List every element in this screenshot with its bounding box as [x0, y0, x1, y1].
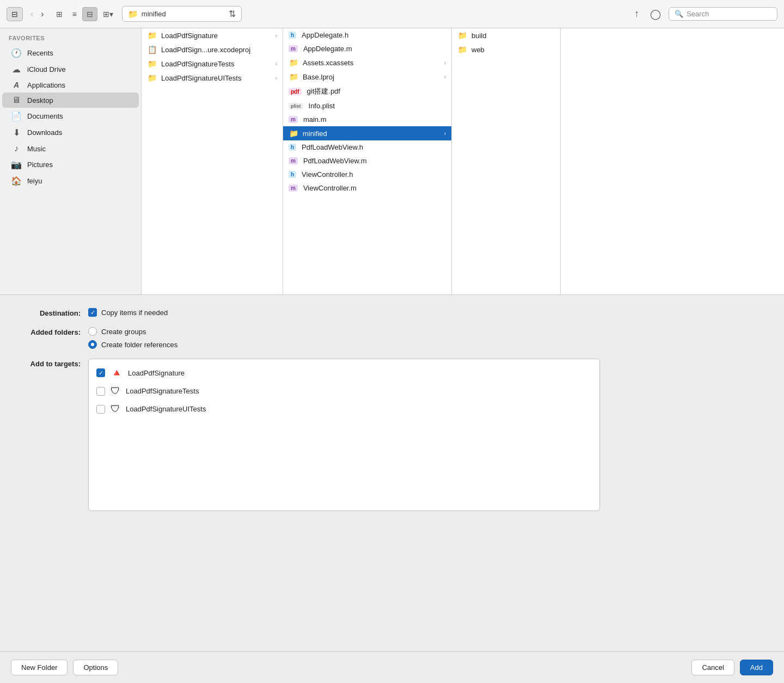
desktop-icon: 🖥 — [11, 95, 22, 105]
back-button[interactable]: ‹ — [27, 7, 36, 21]
file-item[interactable]: 📁 LoadPdfSignature › — [142, 28, 283, 42]
music-icon: ♪ — [11, 144, 22, 153]
destination-row: Destination: ✓ Copy items if needed — [17, 308, 767, 317]
column-panel-1: 📁 LoadPdfSignature › 📋 LoadPdfSign...ure… — [142, 28, 283, 294]
sidebar-item-label: iCloud Drive — [27, 65, 66, 73]
sidebar-item-pictures[interactable]: 📷 Pictures — [2, 157, 139, 173]
search-icon: 🔍 — [675, 10, 683, 18]
file-name: main.m — [303, 115, 446, 124]
tag-button[interactable]: ◯ — [647, 6, 664, 22]
location-folder-icon: 📁 — [128, 9, 138, 19]
file-item[interactable]: m AppDelegate.m — [283, 42, 451, 56]
folder-icon: 📁 — [457, 31, 467, 40]
plist-badge: plist — [289, 103, 303, 109]
file-item[interactable]: 📋 LoadPdfSign...ure.xcodeproj — [142, 42, 283, 57]
sidebar-item-label: feiyu — [27, 177, 42, 185]
feiyu-icon: 🏠 — [11, 176, 22, 186]
forward-button[interactable]: › — [38, 7, 47, 21]
destination-checkbox-item: ✓ Copy items if needed — [88, 308, 168, 317]
file-item-minified[interactable]: 📁 minified › — [283, 126, 451, 140]
documents-icon: 📄 — [11, 111, 22, 121]
search-box[interactable]: 🔍 Search — [669, 7, 777, 21]
file-item[interactable]: 📁 Base.lproj › — [283, 70, 451, 84]
file-item[interactable]: 📁 build — [452, 28, 560, 42]
file-name: Info.plist — [309, 102, 446, 110]
file-name: PdfLoadWebView.h — [302, 143, 446, 151]
sidebar-item-documents[interactable]: 📄 Documents — [2, 108, 139, 124]
m-badge: m — [289, 45, 298, 52]
sidebar-item-desktop[interactable]: 🖥 Desktop — [2, 93, 139, 108]
target-checkbox-0[interactable]: ✓ — [96, 368, 105, 377]
file-name: git搭建.pdf — [307, 87, 446, 96]
file-item[interactable]: h PdfLoadWebView.h — [283, 140, 451, 154]
gallery-view-button[interactable]: ⊞▾ — [99, 7, 118, 21]
folder-icon: 📁 — [147, 31, 157, 40]
pictures-icon: 📷 — [11, 159, 22, 170]
column-panel-3: 📁 build 📁 web — [452, 28, 561, 294]
xcodeproj-icon: 📋 — [147, 45, 157, 54]
sidebar-item-downloads[interactable]: ⬇ Downloads — [2, 125, 139, 140]
chevron-right-icon: › — [275, 61, 277, 67]
target-checkbox-2[interactable] — [96, 405, 105, 414]
sidebar-item-icloud[interactable]: ☁ iCloud Drive — [2, 61, 139, 77]
new-folder-button[interactable]: New Folder — [11, 660, 68, 675]
destination-checkbox[interactable]: ✓ — [88, 308, 97, 317]
target-item: 🛡 LoadPdfSignatureUITests — [89, 400, 599, 418]
file-name: AppDelegate.h — [302, 31, 446, 39]
file-item[interactable]: m ViewController.m — [283, 181, 451, 195]
cancel-button[interactable]: Cancel — [691, 660, 734, 675]
create-groups-radio[interactable] — [88, 327, 97, 336]
file-item[interactable]: m PdfLoadWebView.m — [283, 154, 451, 168]
target-name-0: LoadPdfSignature — [128, 369, 185, 377]
target-icon-2: 🛡 — [111, 403, 120, 415]
share-button[interactable]: ↑ — [631, 6, 642, 22]
file-name: Assets.xcassets — [303, 59, 440, 67]
sidebar: Favorites 🕐 Recents ☁ iCloud Drive A App… — [0, 28, 142, 294]
sidebar-item-label: Documents — [27, 112, 63, 120]
location-bar[interactable]: 📁 minified ⇅ — [122, 6, 242, 22]
file-name: ViewController.m — [303, 184, 446, 192]
options-button[interactable]: Options — [73, 660, 118, 675]
column-view-button[interactable]: ⊟ — [82, 7, 97, 21]
sidebar-item-feiyu[interactable]: 🏠 feiyu — [2, 173, 139, 189]
file-name: ViewController.h — [302, 170, 446, 179]
file-item[interactable]: h AppDelegate.h — [283, 28, 451, 42]
file-name: web — [471, 46, 555, 54]
added-folders-label: Added folders: — [17, 327, 88, 336]
file-name: LoadPdfSignatureUITests — [161, 74, 271, 82]
targets-box: ✓ 🔺 LoadPdfSignature 🛡 LoadPdfSignatureT… — [88, 359, 600, 511]
sidebar-item-applications[interactable]: A Applications — [2, 78, 139, 92]
file-name: LoadPdfSign...ure.xcodeproj — [161, 46, 277, 54]
sidebar-toggle-button[interactable]: ⊟ — [7, 7, 23, 21]
create-refs-radio[interactable] — [88, 340, 97, 349]
file-item[interactable]: 📁 LoadPdfSignatureTests › — [142, 57, 283, 71]
chevron-right-icon: › — [444, 131, 446, 137]
target-icon-1: 🛡 — [111, 385, 120, 397]
file-name: minified — [303, 130, 440, 138]
icon-view-button[interactable]: ⊞ — [52, 7, 67, 21]
file-item[interactable]: 📁 web — [452, 42, 560, 57]
add-button[interactable]: Add — [740, 660, 773, 675]
sidebar-item-label: Desktop — [27, 96, 53, 104]
file-item[interactable]: 📁 LoadPdfSignatureUITests › — [142, 71, 283, 85]
file-item[interactable]: m main.m — [283, 113, 451, 126]
file-item[interactable]: h ViewController.h — [283, 168, 451, 181]
sidebar-item-music[interactable]: ♪ Music — [2, 141, 139, 156]
target-item: 🛡 LoadPdfSignatureTests — [89, 382, 599, 400]
destination-content: ✓ Copy items if needed — [88, 308, 168, 317]
folder-icon: 📁 — [457, 45, 467, 54]
search-placeholder: Search — [687, 10, 709, 18]
list-view-button[interactable]: ≡ — [68, 7, 81, 21]
added-folders-content: Create groups Create folder references — [88, 327, 177, 349]
create-groups-item: Create groups — [88, 327, 177, 336]
sidebar-item-label: Pictures — [27, 161, 53, 169]
recents-icon: 🕐 — [11, 48, 22, 58]
destination-label: Destination: — [17, 308, 88, 317]
sidebar-item-recents[interactable]: 🕐 Recents — [2, 45, 139, 61]
file-item[interactable]: plist Info.plist — [283, 99, 451, 113]
file-item[interactable]: pdf git搭建.pdf — [283, 84, 451, 99]
chevron-right-icon: › — [444, 74, 446, 80]
browser-container: Favorites 🕐 Recents ☁ iCloud Drive A App… — [0, 28, 784, 295]
target-checkbox-1[interactable] — [96, 387, 105, 396]
file-item[interactable]: 📁 Assets.xcassets › — [283, 56, 451, 70]
